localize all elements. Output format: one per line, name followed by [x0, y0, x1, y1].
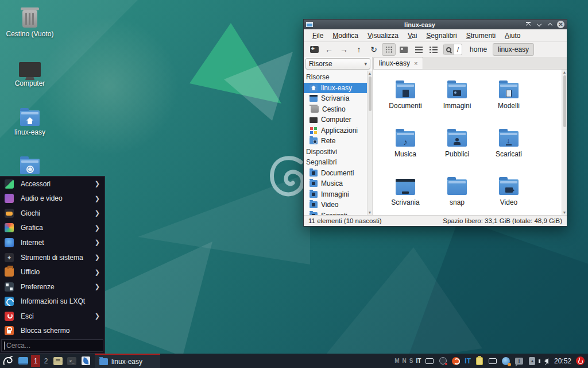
folder-musica[interactable]: ♪ Musica	[380, 121, 431, 170]
sidebar-item-linux-easy[interactable]: linux-easy	[304, 83, 368, 94]
menu-item-audio-e-video[interactable]: Audio e video ❯	[0, 191, 105, 206]
screen-tray-icon[interactable]	[425, 356, 434, 366]
minimize-button[interactable]	[535, 21, 543, 28]
desktop-icon-trash[interactable]: Cestino (Vuoto)	[3, 7, 56, 38]
scroll-up-icon[interactable]: ▲	[562, 70, 567, 74]
menu-vai[interactable]: Vai	[404, 30, 421, 41]
folder-scrivania[interactable]: Scrivania	[380, 170, 431, 215]
detailed-view-button[interactable]	[427, 43, 440, 56]
close-button[interactable]: ✕	[557, 21, 564, 28]
documents-folder-icon	[310, 170, 318, 177]
icon-view-button[interactable]	[382, 43, 396, 56]
keyboard-layout-indicator[interactable]: IT	[465, 357, 471, 365]
sidebar-item-video[interactable]: Video	[304, 200, 372, 210]
menu-item-grafica[interactable]: Grafica ❯	[0, 221, 105, 236]
folder-documenti[interactable]: Documenti	[380, 73, 431, 121]
forward-button[interactable]: →	[337, 43, 351, 56]
sidebar-item-scaricati[interactable]: Scaricati	[304, 210, 372, 216]
maximize-button[interactable]	[546, 21, 554, 28]
breadcrumb-home[interactable]: home	[465, 43, 492, 56]
folder-scaricati[interactable]: Scaricati	[483, 121, 535, 170]
menu-item-esci[interactable]: Esci ❯	[0, 309, 105, 324]
quicklaunch-terminal-button[interactable]: >_	[65, 354, 79, 368]
volume-tray-icon[interactable]	[541, 356, 550, 366]
menu-aiuto[interactable]: Aiuto	[501, 30, 524, 41]
menu-item-strumenti-di-sistema[interactable]: Strumenti di sistema ❯	[0, 250, 105, 265]
path-bar[interactable]: /	[443, 44, 462, 55]
folder-pubblici[interactable]: Pubblici	[431, 121, 483, 170]
quicklaunch-editor-button[interactable]	[79, 354, 92, 368]
titlebar[interactable]: linux-easy ✕	[304, 20, 567, 29]
clock[interactable]: 20:52	[554, 357, 571, 365]
quicklaunch-file-manager-button[interactable]	[51, 354, 65, 368]
keyboard-lock-indicator[interactable]: M N S IT	[394, 358, 421, 364]
menu-search-input[interactable]	[4, 342, 100, 350]
menu-strumenti[interactable]: Strumenti	[462, 30, 500, 41]
folder-view[interactable]: Documenti Immagini Modelli ♪ Musica	[373, 70, 567, 215]
workspace-1-button[interactable]: 1	[31, 355, 40, 367]
menu-item-blocca-schermo[interactable]: Blocca schermo	[0, 323, 105, 338]
tab-close-icon[interactable]: ×	[414, 60, 417, 67]
scroll-down-icon[interactable]: ▼	[368, 210, 372, 215]
folder-snap[interactable]: snap	[431, 170, 483, 215]
scrollbar-thumb[interactable]	[563, 75, 566, 127]
notification-tray-icon[interactable]: !	[514, 356, 524, 366]
folder-immagini[interactable]: Immagini	[431, 73, 483, 121]
sidebar-item-cestino[interactable]: Cestino	[304, 104, 372, 115]
sidebar-item-computer[interactable]: Computer	[304, 114, 372, 125]
display-tray-icon[interactable]	[488, 356, 497, 366]
updater-tray-icon[interactable]	[451, 356, 461, 366]
sidebar-item-musica[interactable]: Musica	[304, 178, 372, 189]
feather-icon	[82, 356, 90, 365]
sidebar-mode-select[interactable]: Risorse ▾	[305, 58, 370, 70]
menu-item-preferenze[interactable]: Preferenze ❯	[0, 279, 105, 294]
menu-segnalibri[interactable]: Segnalibri	[422, 30, 461, 41]
network-tray-icon[interactable]	[501, 356, 510, 366]
menu-modifica[interactable]: Modifica	[328, 30, 362, 41]
scroll-down-icon[interactable]: ▼	[562, 210, 567, 214]
desktop-icon-computer[interactable]: Computer	[3, 56, 56, 87]
sidebar-item-applicazioni[interactable]: Applicazioni	[304, 125, 372, 136]
menu-item-internet[interactable]: Internet ❯	[0, 235, 105, 250]
breadcrumb-linux-easy[interactable]: linux-easy	[493, 43, 534, 56]
new-tab-button[interactable]	[307, 43, 321, 56]
task-button-linux-easy[interactable]: linux-easy	[95, 354, 160, 368]
lxqt-menu-button[interactable]	[0, 354, 16, 368]
removable-media-tray-icon[interactable]: ▲	[528, 356, 537, 366]
menu-visualizza[interactable]: Visualizza	[363, 30, 403, 41]
show-desktop-button[interactable]	[16, 354, 30, 368]
power-button[interactable]	[575, 356, 585, 366]
compact-view-button[interactable]	[412, 43, 425, 56]
public-folder-icon	[447, 131, 467, 147]
desktop-icon-label: Computer	[3, 79, 56, 87]
folder-label: Video	[500, 198, 517, 206]
sidebar-scrollbar[interactable]: ▲ ▼	[367, 71, 372, 215]
desktop-icon-linux-easy[interactable]: linux-easy	[3, 105, 56, 136]
sidebar-item-rete[interactable]: Rete	[304, 136, 372, 147]
workspace-2-button[interactable]: 2	[41, 355, 51, 367]
sidebar-item-documenti[interactable]: Documenti	[304, 168, 372, 179]
back-button[interactable]: ←	[322, 43, 336, 56]
lock-icon	[5, 326, 14, 335]
scrollbar-thumb[interactable]	[369, 76, 372, 111]
sidebar-item-scrivania[interactable]: Scrivania	[304, 93, 372, 104]
screen-recorder-tray-icon[interactable]	[438, 356, 447, 366]
folder-view-scrollbar[interactable]: ▲ ▼	[562, 70, 567, 215]
scroll-up-icon[interactable]: ▲	[368, 71, 372, 76]
thumbnail-view-button[interactable]	[397, 43, 411, 56]
folder-video[interactable]: Video	[483, 170, 535, 215]
folder-modelli[interactable]: Modelli	[483, 73, 535, 121]
menu-item-ufficio[interactable]: Ufficio ❯	[0, 264, 105, 279]
reload-button[interactable]: ↻	[367, 43, 381, 56]
tab-linux-easy[interactable]: linux-easy ×	[373, 57, 423, 69]
videos-folder-icon	[499, 179, 519, 195]
sidebar-item-immagini[interactable]: Immagini	[304, 189, 372, 200]
menu-file[interactable]: File	[308, 30, 327, 41]
up-button[interactable]: ↑	[352, 43, 366, 56]
clipboard-tray-icon[interactable]	[475, 356, 484, 366]
menu-item-accessori[interactable]: Accessori ❯	[0, 177, 105, 191]
menu-item-label: Internet	[21, 239, 95, 247]
shade-button[interactable]	[524, 21, 532, 28]
menu-item-informazioni-lxqt[interactable]: Informazioni su LXQt	[0, 294, 105, 309]
menu-item-giochi[interactable]: Giochi ❯	[0, 206, 105, 221]
